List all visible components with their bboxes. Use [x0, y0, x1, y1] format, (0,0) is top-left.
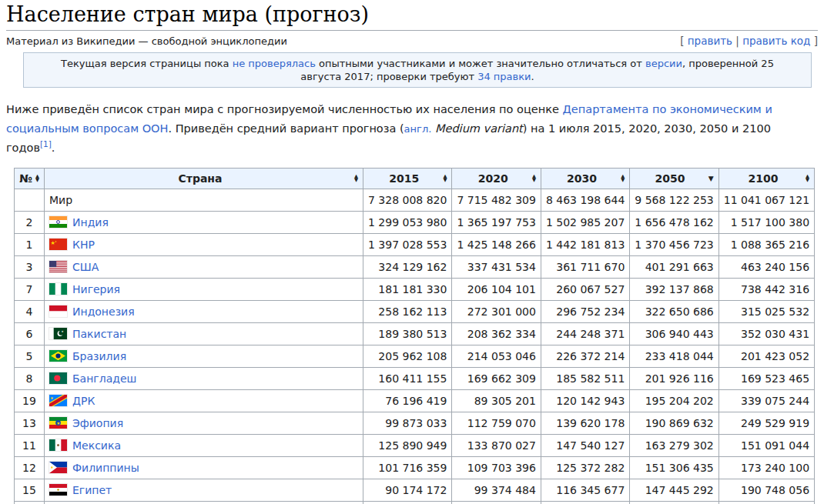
- mexico-flag-icon: [49, 439, 67, 451]
- country-cell: Бангладеш: [45, 368, 363, 390]
- wikipedia-article-page: Население стран мира (прогноз) Материал …: [0, 0, 824, 504]
- country-cell: Бразилия: [45, 345, 363, 368]
- bracket-close: ]: [814, 35, 818, 47]
- country-link[interactable]: Египет: [72, 484, 112, 496]
- population-value-cell: 208 362 334: [452, 323, 541, 345]
- country-link[interactable]: КНР: [72, 239, 95, 251]
- population-value-cell: 125 312 605: [718, 502, 814, 504]
- population-value-cell: 139 620 178: [541, 412, 629, 435]
- population-value-cell: 9 568 122 253: [630, 189, 718, 212]
- population-value-cell: 339 075 244: [718, 390, 814, 412]
- country-cell: ★Пакистан: [45, 323, 363, 345]
- population-value-cell: 11 041 067 121: [718, 189, 814, 212]
- rank-cell: 5: [15, 345, 45, 368]
- population-value-cell: 1 517 100 380: [718, 212, 814, 234]
- column-header-rank[interactable]: №▲▼: [15, 169, 45, 189]
- population-value-cell: 163 279 302: [630, 435, 718, 457]
- country-link[interactable]: Филиппины: [72, 462, 139, 474]
- population-value-cell: 315 025 532: [718, 301, 814, 323]
- column-header-2015[interactable]: 2015▲▼: [363, 169, 452, 189]
- table-row: 15Египет90 174 17299 374 484116 345 6771…: [15, 479, 815, 502]
- table-row: 11Мексика125 890 949133 870 027147 540 1…: [15, 435, 815, 457]
- population-value-cell: 8 463 198 644: [541, 189, 629, 212]
- country-link[interactable]: Индонезия: [72, 305, 135, 318]
- population-value-cell: 144 345 442: [452, 502, 541, 504]
- population-value-cell: 1 656 478 162: [630, 212, 718, 234]
- column-label: 2030: [544, 171, 619, 186]
- country-link[interactable]: Бангладеш: [72, 372, 136, 385]
- table-row: 9Россия[2][3]144 231 004144 345 442141 5…: [15, 502, 815, 504]
- intro-text: . Приведён средний вариант прогноза (: [168, 122, 404, 135]
- rank-cell: 8: [15, 368, 45, 390]
- population-value-cell: 190 869 632: [630, 412, 718, 435]
- population-value-cell: 324 129 162: [363, 256, 452, 279]
- country-link[interactable]: ДРК: [72, 395, 95, 407]
- english-lang-link[interactable]: англ.: [404, 123, 432, 135]
- edit-code-link[interactable]: править код: [742, 35, 810, 47]
- country-link[interactable]: Пакистан: [72, 328, 126, 340]
- indonesia-flag-icon: [49, 305, 67, 317]
- population-value-cell: 120 142 943: [541, 390, 629, 412]
- population-value-cell: 7 715 482 309: [452, 189, 541, 212]
- rank-cell: 9: [15, 502, 45, 504]
- population-value-cell: 190 748 056: [718, 479, 814, 502]
- svg-text:★: ★: [56, 421, 60, 426]
- column-header-2050[interactable]: 2050▼: [630, 169, 718, 189]
- page-title: Население стран мира (прогноз): [6, 0, 818, 31]
- population-value-cell: 1 425 148 266: [452, 234, 541, 256]
- brazil-flag-icon: [49, 350, 67, 362]
- population-value-cell: 352 030 431: [718, 323, 814, 345]
- population-value-cell: 160 411 155: [363, 368, 452, 390]
- column-header-2030[interactable]: 2030▲▼: [541, 169, 629, 189]
- country-link[interactable]: Эфиопия: [72, 417, 123, 429]
- country-link[interactable]: Бразилия: [72, 350, 126, 362]
- population-value-cell: 738 442 316: [718, 279, 814, 301]
- table-row: 19★ДРК76 196 41989 305 201120 142 943195…: [15, 390, 815, 412]
- population-value-cell: 7 328 008 820: [363, 189, 452, 212]
- country-link[interactable]: США: [72, 261, 99, 273]
- country-cell: ★ДРК: [45, 390, 363, 412]
- column-header-2100[interactable]: 2100▲▼: [718, 169, 814, 189]
- table-row: 1★★КНР1 397 028 5531 425 148 2661 442 18…: [15, 234, 815, 256]
- country-cell: Индонезия: [45, 301, 363, 323]
- rank-cell: 11: [15, 435, 45, 457]
- population-value-cell: 201 926 116: [630, 368, 718, 390]
- rank-cell: 1: [15, 234, 45, 256]
- country-cell: Индия: [45, 212, 363, 234]
- sort-both-icon: ▲▼: [621, 175, 625, 183]
- drc-flag-icon: ★: [49, 395, 67, 406]
- country-link[interactable]: Индия: [72, 216, 109, 229]
- country-link[interactable]: Нигерия: [72, 283, 120, 295]
- table-row: 3США324 129 162337 431 534361 711 670401…: [15, 256, 815, 279]
- edit-links: [ править | править код ]: [680, 35, 818, 47]
- notice-unchecked-link[interactable]: не проверялась: [233, 58, 316, 69]
- edit-link[interactable]: править: [688, 35, 732, 47]
- population-value-cell: 1 502 985 207: [541, 212, 629, 234]
- population-value-cell: 189 380 513: [363, 323, 452, 345]
- country-cell: Египет: [45, 479, 363, 502]
- population-value-cell: 151 306 435: [630, 457, 718, 479]
- reference-1-link[interactable]: [1]: [40, 139, 52, 149]
- notice-edits-link[interactable]: 34 правки: [477, 71, 531, 82]
- column-header-country[interactable]: Страна▲▼: [45, 169, 363, 189]
- population-value-cell: 147 540 127: [541, 435, 629, 457]
- country-cell: ★Эфиопия: [45, 412, 363, 435]
- column-label: 2050: [633, 171, 707, 186]
- country-link[interactable]: Мексика: [72, 439, 121, 452]
- population-value-cell: 181 181 330: [363, 279, 452, 301]
- population-forecast-table: №▲▼Страна▲▼2015▲▼2020▲▼2030▲▼2050▼2100▲▼…: [14, 168, 815, 504]
- population-value-cell: 133 870 027: [452, 435, 541, 457]
- sort-both-icon: ▲▼: [35, 175, 39, 183]
- population-value-cell: 116 345 677: [541, 479, 629, 502]
- population-value-cell: 1 088 365 216: [718, 234, 814, 256]
- bangladesh-flag-icon: [49, 372, 67, 384]
- table-body: Мир7 328 008 8207 715 482 3098 463 198 6…: [15, 189, 815, 504]
- column-header-2020[interactable]: 2020▲▼: [452, 169, 541, 189]
- population-value-cell: 337 431 534: [452, 256, 541, 279]
- pakistan-flag-icon: ★: [49, 328, 67, 339]
- population-value-cell: 1 365 197 753: [452, 212, 541, 234]
- sort-both-icon: ▲▼: [354, 175, 358, 183]
- notice-version-link[interactable]: версии: [645, 58, 682, 69]
- population-value-cell: 392 137 868: [630, 279, 718, 301]
- intro-paragraph: Ниже приведён список стран мира с прогно…: [6, 100, 818, 158]
